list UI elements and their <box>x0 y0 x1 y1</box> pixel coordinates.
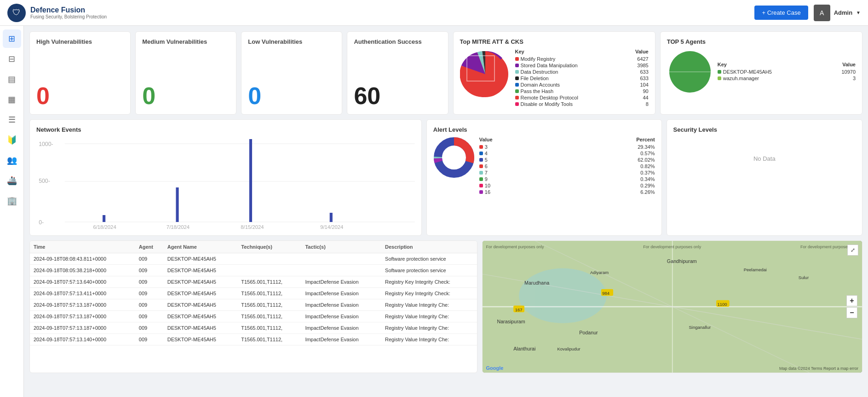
alert-legend-row: 166.26% <box>479 189 655 195</box>
alert-key: 6 <box>479 163 488 169</box>
map-footer: Map data ©2024 Terms Report a map error <box>779 366 858 371</box>
legend-dot <box>479 152 483 155</box>
events-table: Time Agent Agent Name Technique(s) Tacti… <box>30 241 477 345</box>
cell-agent-name: DESKTOP-ME45AH5 <box>164 265 238 276</box>
mitre-inner: Key Value Modify Registry6427Stored Data… <box>460 49 649 108</box>
top5-title: TOP 5 Agents <box>667 38 856 45</box>
header-right: + Create Case A Admin ▼ <box>754 5 861 21</box>
auth-success-title: Authentication Success <box>354 38 421 45</box>
cell-time: 2024-09-18T07:57:13.140+0000 <box>30 334 135 345</box>
mitre-legend-row: Disable or Modify Tools8 <box>515 101 649 107</box>
svg-text:Marudhana: Marudhana <box>524 280 549 286</box>
alert-legend-row: 329.34% <box>479 144 655 150</box>
agent-legend-row: DESKTOP-ME45AH510970 <box>718 69 856 75</box>
alert-percent: 0.37% <box>640 170 655 175</box>
table-row[interactable]: 2024-09-18T07:57:13.640+0000 009 DESKTOP… <box>30 276 477 288</box>
legend-dot <box>515 83 519 87</box>
cell-agent: 009 <box>135 334 164 345</box>
cell-agent: 009 <box>135 322 164 334</box>
alert-percent-header: Percent <box>636 137 655 142</box>
legend-label: DESKTOP-ME45AH5 <box>723 69 772 75</box>
cell-agent: 009 <box>135 265 164 276</box>
sidebar-item-grid[interactable]: ⊞ <box>3 29 21 48</box>
mitre-legend-row: Stored Data Manipulation3985 <box>515 63 649 68</box>
cell-agent: 009 <box>135 253 164 265</box>
sidebar-item-users[interactable]: 👥 <box>3 151 21 169</box>
map-zoom-controls: + − <box>846 295 857 318</box>
cell-techniques: T1565.001,T1112, <box>237 299 301 311</box>
table-row[interactable]: 2024-09-18T08:05:38.218+0000 009 DESKTOP… <box>30 265 477 276</box>
map-zoom-in-button[interactable]: + <box>846 295 857 306</box>
legend-value: 6427 <box>637 56 648 62</box>
mitre-legend-rows: Modify Registry6427Stored Data Manipulat… <box>515 56 649 107</box>
mitre-legend-header: Key Value <box>515 49 649 54</box>
alert-key: 16 <box>479 189 490 195</box>
sidebar-item-shield[interactable]: 🔰 <box>3 131 21 149</box>
mitre-legend-row: Pass the Hash90 <box>515 88 649 94</box>
svg-rect-13 <box>330 213 333 222</box>
logo-text: Defence Fusion Fusing Security, Bolsteri… <box>30 6 107 19</box>
legend-dot <box>718 76 721 80</box>
top5-agents-card: TOP 5 Agents Key Value DESKTOP-ME45AH510… <box>660 31 862 115</box>
high-vuln-card: High Vulnerabilities 0 <box>29 31 131 115</box>
cell-agent: 009 <box>135 299 164 311</box>
cell-tactics: ImpactDefense Evasion <box>301 322 381 334</box>
security-levels-card: Security Levels No Data <box>667 119 862 236</box>
svg-text:8/15/2024: 8/15/2024 <box>241 224 264 229</box>
legend-label: Disable or Modify Tools <box>521 101 573 107</box>
cell-agent-name: DESKTOP-ME45AH5 <box>164 311 238 322</box>
legend-dot <box>515 70 519 74</box>
alert-label: 16 <box>485 189 490 195</box>
alert-label: 3 <box>485 144 488 150</box>
medium-vuln-value: 0 <box>142 84 155 108</box>
mitre-chart <box>460 49 511 99</box>
cell-time: 2024-09-18T07:57:13.187+0000 <box>30 311 135 322</box>
create-case-button[interactable]: + Create Case <box>754 6 808 20</box>
table-row[interactable]: 2024-09-18T07:57:13.187+0000 009 DESKTOP… <box>30 311 477 322</box>
sidebar-item-menu2[interactable]: ▦ <box>3 90 21 109</box>
sidebar-item-list[interactable]: ☰ <box>3 111 21 129</box>
cell-tactics: ImpactDefense Evasion <box>301 288 381 299</box>
col-tactics: Tactic(s) <box>301 241 381 253</box>
alert-label: 4 <box>485 151 488 156</box>
alert-legend-row: 562.02% <box>479 157 655 163</box>
dev-label-2: For development purposes only <box>643 245 701 249</box>
col-techniques: Technique(s) <box>237 241 301 253</box>
legend-key: wazuh.manager <box>718 76 759 81</box>
admin-area[interactable]: A Admin ▼ <box>814 5 861 21</box>
svg-text:6/18/2024: 6/18/2024 <box>93 224 116 229</box>
cell-tactics: ImpactDefense Evasion <box>301 334 381 345</box>
alert-percent: 6.26% <box>640 189 655 195</box>
network-events-title: Network Events <box>36 126 415 133</box>
legend-dot <box>479 145 483 149</box>
logo-area: 🛡 Defence Fusion Fusing Security, Bolste… <box>7 4 107 22</box>
cell-agent-name: DESKTOP-ME45AH5 <box>164 288 238 299</box>
table-row[interactable]: 2024-09-18T07:57:13.187+0000 009 DESKTOP… <box>30 299 477 311</box>
legend-key: DESKTOP-ME45AH5 <box>718 69 772 75</box>
svg-text:500-: 500- <box>39 178 50 184</box>
cell-agent: 009 <box>135 288 164 299</box>
alert-key: 9 <box>479 176 488 182</box>
map-expand-button[interactable]: ⤢ <box>847 245 858 256</box>
map-zoom-out-button[interactable]: − <box>846 307 857 318</box>
sidebar-item-ship[interactable]: 🚢 <box>3 171 21 190</box>
sidebar: ⊞ ⊟ ▤ ▦ ☰ 🔰 👥 🚢 🏢 <box>0 26 24 397</box>
cell-description: Registry Key Integrity Check: <box>381 276 477 288</box>
sidebar-item-collapse[interactable]: ⊟ <box>3 50 21 68</box>
col-description: Description <box>381 241 477 253</box>
svg-text:9/14/2024: 9/14/2024 <box>320 224 343 229</box>
table-row[interactable]: 2024-09-18T07:57:13.140+0000 009 DESKTOP… <box>30 334 477 345</box>
cell-description: Software protection service <box>381 253 477 265</box>
svg-text:Adiyaram: Adiyaram <box>590 270 608 275</box>
alert-percent: 0.57% <box>640 151 655 156</box>
table-row[interactable]: 2024-09-18T07:57:13.187+0000 009 DESKTOP… <box>30 322 477 334</box>
col-time: Time <box>30 241 135 253</box>
legend-dot <box>479 177 483 181</box>
sidebar-item-menu1[interactable]: ▤ <box>3 70 21 88</box>
alert-label: 7 <box>485 170 488 175</box>
sidebar-item-building[interactable]: 🏢 <box>3 192 21 210</box>
svg-rect-12 <box>249 139 252 222</box>
alert-legend-row: 60.82% <box>479 163 655 169</box>
table-row[interactable]: 2024-09-18T08:08:43.811+0000 009 DESKTOP… <box>30 253 477 265</box>
table-row[interactable]: 2024-09-18T07:57:13.411+0000 009 DESKTOP… <box>30 288 477 299</box>
